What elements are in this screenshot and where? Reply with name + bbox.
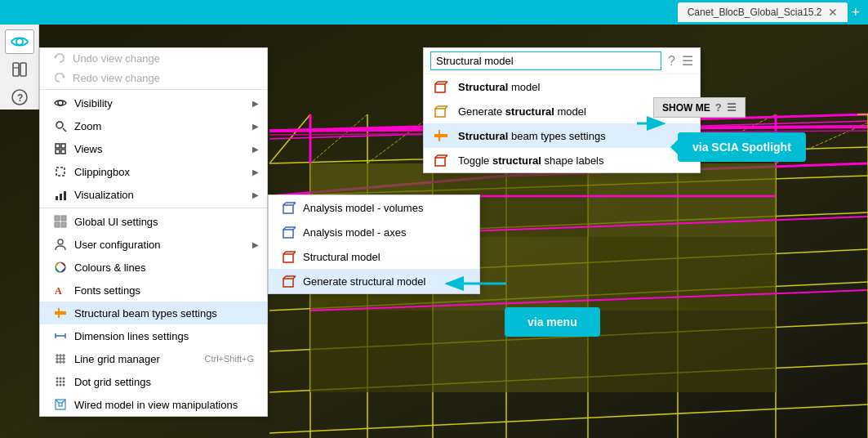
add-tab-button[interactable]: +	[851, 4, 860, 21]
svg-point-59	[56, 122, 63, 128]
clippingbox-item[interactable]: Clippingbox	[40, 160, 267, 183]
spotlight-result-1-text: Structural model	[458, 81, 540, 93]
dimension-lines-item[interactable]: Dimension lines settings	[40, 324, 267, 347]
views-icon	[53, 141, 68, 156]
spotlight-result-3-text: Structural beam types settings	[458, 130, 606, 142]
spotlight-list-icon[interactable]: ☰	[682, 53, 693, 69]
structural-beam-icon	[53, 306, 68, 320]
svg-rect-108	[283, 254, 293, 262]
user-config-item[interactable]: User configuration	[40, 233, 267, 256]
svg-rect-65	[56, 168, 65, 176]
library-toolbar-icon[interactable]	[5, 57, 34, 82]
tab-close-icon[interactable]: ✕	[828, 6, 838, 19]
spotlight-result-2-text: Generate structural model	[458, 105, 586, 118]
dimension-icon	[53, 328, 68, 343]
redo-label: Redo view change	[73, 72, 160, 84]
svg-rect-66	[56, 196, 58, 200]
view-toolbar-icon[interactable]	[5, 29, 34, 54]
svg-rect-51	[13, 63, 19, 76]
structural-beam-label: Structural beam types settings	[74, 307, 217, 320]
svg-rect-125	[438, 130, 440, 141]
global-ui-icon	[53, 214, 68, 229]
user-config-icon	[53, 237, 68, 252]
svg-text:A: A	[55, 285, 62, 297]
analysis-axes-item[interactable]: Analysis model - axes	[269, 220, 479, 244]
svg-point-58	[58, 101, 63, 105]
zoom-label: Zoom	[74, 120, 101, 132]
svg-point-92	[63, 381, 65, 383]
spotlight-result-1-icon	[434, 78, 450, 95]
structural-model-sub-item[interactable]: Structural model	[269, 244, 479, 269]
global-ui-settings-item[interactable]: Global UI settings	[40, 210, 267, 233]
help-toolbar-icon[interactable]: ?	[5, 85, 34, 110]
svg-rect-64	[61, 150, 65, 154]
main-menu: Undo view change Redo view change Visibi…	[39, 47, 268, 417]
analysis-volumes-icon	[282, 200, 296, 215]
spotlight-search-input[interactable]	[430, 51, 661, 70]
line-grid-label: Line grid manager	[74, 353, 160, 365]
visibility-item[interactable]: Visibility	[40, 92, 267, 114]
show-me-button[interactable]: SHOW ME ? ☰	[653, 97, 746, 118]
svg-rect-112	[283, 279, 293, 287]
generate-structural-icon	[282, 274, 296, 288]
svg-marker-40	[310, 311, 433, 392]
top-bar: Canet_BlocB_Global_Scia15.2 ✕ +	[0, 0, 868, 25]
colours-lines-item[interactable]: Colours & lines	[40, 256, 267, 279]
clippingbox-icon	[53, 164, 68, 179]
zoom-item[interactable]: Zoom	[40, 114, 267, 137]
undo-label: Undo view change	[73, 52, 160, 65]
spotlight-result-2-icon	[434, 103, 450, 119]
svg-rect-62	[61, 144, 65, 148]
dot-grid-item[interactable]: Dot grid settings	[40, 370, 267, 393]
svg-point-94	[60, 384, 62, 387]
svg-rect-68	[64, 191, 66, 200]
svg-marker-56	[54, 56, 57, 59]
svg-rect-72	[61, 222, 66, 227]
structural-beam-types-item[interactable]: Structural beam types settings	[40, 302, 267, 324]
analysis-volumes-item[interactable]: Analysis model - volumes	[269, 195, 479, 220]
structural-model-sub-icon	[282, 249, 296, 264]
svg-rect-104	[283, 230, 293, 238]
line-grid-shortcut: Ctrl+Shift+G	[204, 354, 254, 364]
views-item[interactable]: Views	[40, 137, 267, 160]
svg-rect-99	[59, 403, 62, 406]
svg-point-90	[56, 381, 59, 383]
dot-grid-icon	[53, 374, 68, 389]
show-me-label: SHOW ME	[662, 102, 710, 114]
svg-marker-57	[62, 76, 65, 78]
svg-point-50	[16, 38, 23, 45]
spotlight-result-1[interactable]: Structural model	[424, 74, 700, 99]
visualization-item[interactable]: Visualization	[40, 183, 267, 206]
visualization-icon	[53, 187, 68, 202]
svg-marker-42	[588, 311, 776, 392]
fonts-settings-item[interactable]: A Fonts settings	[40, 279, 267, 302]
line-grid-manager-item[interactable]: Line grid manager Ctrl+Shift+G	[40, 347, 267, 370]
fonts-icon: A	[53, 283, 68, 297]
show-me-list-icon: ☰	[727, 101, 737, 114]
svg-rect-71	[55, 222, 60, 227]
user-config-label: User configuration	[74, 239, 161, 251]
svg-rect-52	[20, 63, 26, 76]
line-grid-icon	[53, 351, 68, 366]
menu-arrow	[445, 275, 510, 292]
dimension-label: Dimension lines settings	[74, 330, 189, 342]
visibility-icon	[53, 96, 68, 110]
svg-point-87	[56, 378, 59, 380]
fonts-label: Fonts settings	[74, 284, 140, 297]
svg-point-93	[56, 384, 59, 387]
wired-model-item[interactable]: Wired model in view manipulations	[40, 393, 267, 416]
analysis-axes-label: Analysis model - axes	[303, 226, 406, 239]
generate-structural-label: Generate structural model	[303, 275, 425, 288]
svg-rect-77	[58, 308, 60, 318]
colours-icon	[53, 260, 68, 275]
analysis-volumes-label: Analysis model - volumes	[303, 202, 423, 214]
views-label: Views	[74, 143, 102, 155]
svg-rect-70	[61, 216, 66, 221]
spotlight-result-4[interactable]: Toggle structural shape labels	[424, 148, 700, 172]
global-ui-label: Global UI settings	[74, 216, 158, 228]
spotlight-help-icon[interactable]: ?	[668, 54, 675, 69]
wired-model-icon	[53, 397, 68, 412]
zoom-icon	[53, 118, 68, 133]
svg-rect-126	[435, 158, 445, 166]
active-tab[interactable]: Canet_BlocB_Global_Scia15.2 ✕	[678, 2, 848, 22]
